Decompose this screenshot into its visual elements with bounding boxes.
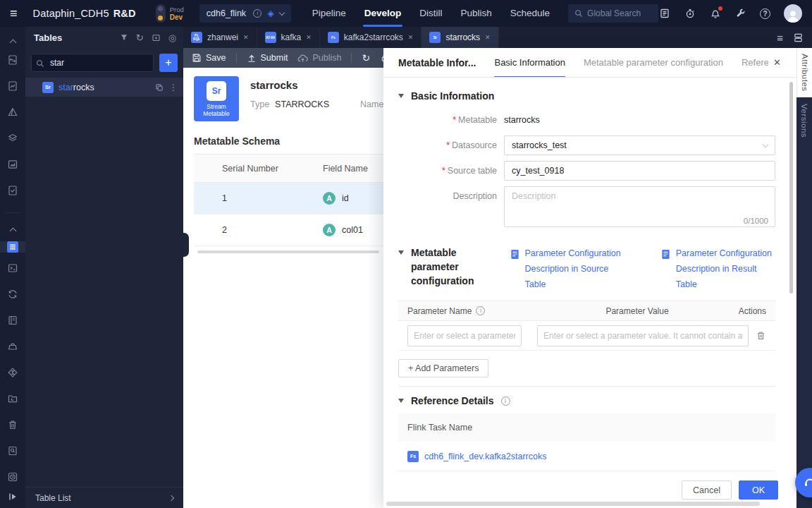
horizontal-scrollbar[interactable] xyxy=(197,250,379,253)
tab-zhanwei[interactable]: FL SQL zhanwei ✕ xyxy=(183,27,257,48)
section-collapse-icon[interactable] xyxy=(398,94,404,98)
item-name-rest: rocks xyxy=(73,83,94,92)
result-table-doc-link[interactable]: Parameter ConfigurationDescription in Re… xyxy=(661,246,775,292)
pyramid-icon[interactable] xyxy=(7,107,18,118)
section-collapse-icon[interactable] xyxy=(398,250,404,255)
document-icon xyxy=(510,249,519,260)
tab-parameter-configuration[interactable]: Metatable parameter configuration xyxy=(584,48,723,78)
nav-pipeline[interactable]: Pipeline xyxy=(312,0,346,27)
tab-list-icon[interactable]: ≡ xyxy=(777,32,783,44)
tab-kafka2starrcoks[interactable]: Fs kafka2starrcoks ✕ xyxy=(320,27,422,48)
filter-icon[interactable] xyxy=(120,33,128,42)
tables-nav-active[interactable] xyxy=(0,241,25,253)
global-search-input[interactable] xyxy=(587,8,652,18)
close-tab-icon[interactable]: ✕ xyxy=(243,34,249,41)
terminal-icon[interactable] xyxy=(7,262,18,274)
hamburger-menu-icon[interactable]: ≡ xyxy=(10,6,18,21)
attributes-tab[interactable]: Attributes xyxy=(796,48,812,97)
tab-basic-information[interactable]: Basic Information xyxy=(494,48,565,78)
close-tab-icon[interactable]: ✕ xyxy=(306,34,312,41)
char-counter: 0/1000 xyxy=(744,217,768,225)
project-info-icon[interactable]: i xyxy=(253,9,262,18)
help-icon[interactable]: ? xyxy=(760,8,770,19)
table-list-item-starrocks[interactable]: Sr starrocks ⋮ xyxy=(25,78,183,97)
chart-report-icon[interactable] xyxy=(7,80,18,92)
more-actions-icon[interactable]: ⋮ xyxy=(169,83,178,92)
source-table-input[interactable] xyxy=(504,161,775,181)
add-parameters-button[interactable]: + Add Parameters xyxy=(398,359,488,377)
notebook-icon[interactable] xyxy=(7,315,18,326)
env-toggle-pill[interactable] xyxy=(156,4,166,23)
add-table-button[interactable]: + xyxy=(159,54,178,72)
versions-tab[interactable]: Versions xyxy=(796,97,812,144)
wrench-icon[interactable] xyxy=(734,8,746,20)
project-name: cdh6_flink xyxy=(207,8,248,18)
delete-row-icon[interactable] xyxy=(756,330,766,341)
env-toggle[interactable]: Prod Dev xyxy=(156,4,184,23)
reload-icon[interactable]: ↻ xyxy=(362,53,370,63)
vertical-scrollbar[interactable] xyxy=(789,82,793,294)
nav-develop[interactable]: Develop xyxy=(364,0,402,27)
search-icon xyxy=(574,9,583,18)
new-folder-icon[interactable] xyxy=(152,33,161,42)
flink-task-link[interactable]: cdh6_flink_dev.kafka2starrcoks xyxy=(424,452,546,461)
project-gem-icon[interactable]: ◈ xyxy=(267,9,273,18)
notification-bell-icon[interactable] xyxy=(709,8,721,20)
datasource-select[interactable]: starrocks_test xyxy=(504,135,775,155)
data-transfer-icon[interactable] xyxy=(7,54,18,66)
parameter-name-input[interactable] xyxy=(407,325,522,346)
description-textarea[interactable] xyxy=(504,186,775,227)
table-list-footer[interactable]: Table List xyxy=(25,487,183,508)
top-header: ≡ Dataphin_CDH5R&D Prod Dev cdh6_flink i… xyxy=(0,0,812,27)
global-search[interactable] xyxy=(568,4,658,23)
product-name: Dataphin_CDH5 xyxy=(33,8,109,19)
rail-section-up-icon[interactable] xyxy=(9,228,16,235)
tab-kafka[interactable]: Kf 09 kafka ✕ xyxy=(257,27,320,48)
sigma-diamond-icon[interactable] xyxy=(7,367,18,378)
nav-schedule[interactable]: Schedule xyxy=(510,0,550,27)
horizontal-scrollbar[interactable] xyxy=(386,502,760,506)
sync-icon[interactable] xyxy=(7,289,18,300)
parameter-value-input[interactable] xyxy=(537,325,749,346)
draft-folder-icon[interactable] xyxy=(7,393,18,404)
table-search-input[interactable] xyxy=(31,54,154,72)
close-tab-icon[interactable]: ✕ xyxy=(485,34,491,41)
close-tab-icon[interactable]: ✕ xyxy=(408,34,414,41)
section-collapse-icon[interactable] xyxy=(398,399,404,403)
audit-search-icon[interactable] xyxy=(7,445,18,456)
ok-button[interactable]: OK xyxy=(739,480,778,500)
info-icon[interactable]: i xyxy=(476,306,485,315)
submit-button[interactable]: Submit xyxy=(247,53,288,63)
metatable-type-card: Sr Stream Metatable xyxy=(194,76,239,121)
locate-icon[interactable]: ◎ xyxy=(168,33,176,42)
drawer-tabs: Basic Information Metatable parameter co… xyxy=(494,48,768,78)
basket-icon[interactable] xyxy=(7,341,18,352)
project-chevron-down-icon xyxy=(278,9,284,15)
nav-publish[interactable]: Publish xyxy=(461,0,492,27)
user-avatar[interactable] xyxy=(784,4,802,23)
split-view-icon[interactable] xyxy=(793,32,804,43)
history-clock-icon[interactable] xyxy=(7,471,18,483)
tab-reference-details[interactable]: Reference Details xyxy=(742,48,768,78)
approved-doc-icon[interactable] xyxy=(7,185,18,196)
report-icon[interactable] xyxy=(658,8,670,20)
refresh-icon[interactable]: ↻ xyxy=(136,33,144,42)
publish-button[interactable]: Publish xyxy=(297,53,341,64)
info-icon[interactable]: i xyxy=(501,397,510,406)
cancel-button[interactable]: Cancel xyxy=(682,480,732,500)
nav-distill[interactable]: Distill xyxy=(419,0,442,27)
copy-icon[interactable] xyxy=(155,83,164,92)
tab-starrocks[interactable]: Sr starrocks ✕ xyxy=(422,27,498,48)
parameter-table-header: Parameter Namei Parameter Value Actions xyxy=(398,301,775,321)
trash-icon[interactable] xyxy=(7,419,18,430)
source-table-doc-link[interactable]: Parameter ConfigurationDescription in So… xyxy=(510,246,627,292)
area-chart-icon[interactable] xyxy=(7,159,18,170)
flink-task-icon: Fs xyxy=(407,451,419,462)
layers-icon[interactable] xyxy=(7,133,18,144)
save-button[interactable]: Save xyxy=(192,53,226,63)
rail-collapse-up-icon[interactable] xyxy=(9,40,16,47)
project-selector[interactable]: cdh6_flink i ◈ xyxy=(199,4,291,23)
alarm-icon[interactable] xyxy=(684,8,696,20)
expand-panel-icon[interactable] xyxy=(7,491,18,502)
drawer-close-icon[interactable]: ✕ xyxy=(773,57,781,68)
